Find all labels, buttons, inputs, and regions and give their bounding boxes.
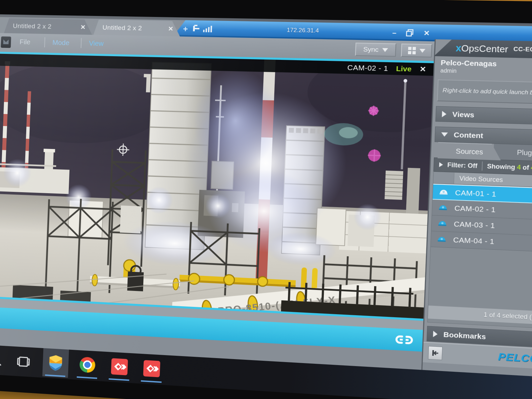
dome-camera-icon xyxy=(438,203,448,212)
restore-button[interactable] xyxy=(406,29,414,37)
selection-status-text: 1 of 4 selected (0 of 4 hi xyxy=(483,311,532,322)
opscenter-title: OpsCenter xyxy=(461,43,508,55)
filter-label: Filter: Off xyxy=(447,161,477,170)
dome-camera-icon xyxy=(437,235,447,244)
quick-launch-area[interactable]: Right-click to add quick launch buttons … xyxy=(437,79,532,106)
username: admin xyxy=(440,67,532,78)
signal-bars-icon xyxy=(203,25,212,32)
taskbar-active-indicator xyxy=(109,378,129,381)
close-button[interactable]: ✕ xyxy=(423,30,430,37)
server-name: CC-EC-CEMPOALA-NVR xyxy=(513,46,532,55)
sources-label: Sources xyxy=(456,147,483,156)
dome-camera-icon xyxy=(439,188,449,196)
app-logo-icon xyxy=(1,36,11,48)
photo-of-monitor: Untitled 2 x 2 ✕ Untitled 2 x 2 ✕ + 172.… xyxy=(0,0,532,399)
tab-label: Untitled 2 x 2 xyxy=(13,22,52,30)
video-close-button[interactable]: ✕ xyxy=(419,65,426,73)
camera-name: CAM-03 - 1 xyxy=(454,220,495,230)
taskbar-app-shield[interactable] xyxy=(42,348,69,378)
icon-column xyxy=(433,172,455,184)
user-block: Pelco-Cenagas admin xyxy=(434,56,532,83)
new-tab-button[interactable]: + xyxy=(183,24,188,34)
layout-grid-button[interactable] xyxy=(401,44,432,58)
selection-status-bar: 1 of 4 selected (0 of 4 hi xyxy=(428,305,532,328)
menu-divider xyxy=(44,37,45,47)
taskbar-app-chrome[interactable] xyxy=(74,350,101,380)
dome-camera-icon xyxy=(437,219,447,228)
chevron-right-icon xyxy=(439,162,443,167)
window-controls: – ✕ xyxy=(392,27,430,39)
chevron-down-icon xyxy=(419,49,425,53)
tab-sources[interactable]: Sources xyxy=(438,142,501,160)
minimize-button[interactable]: – xyxy=(392,29,397,36)
tab-untitled-2[interactable]: Untitled 2 x 2 ✕ xyxy=(93,20,181,37)
monitor-bezel: Untitled 2 x 2 ✕ Untitled 2 x 2 ✕ + 172.… xyxy=(0,0,532,399)
chevron-right-icon xyxy=(442,111,447,117)
views-label: Views xyxy=(452,110,474,119)
camera-name: CAM-01 - 1 xyxy=(455,188,496,198)
tab-untitled-1[interactable]: Untitled 2 x 2 ✕ xyxy=(4,18,93,35)
chevron-right-icon xyxy=(433,331,438,337)
menu-item-view[interactable]: View xyxy=(89,40,104,48)
video-cell[interactable]: 24''-PRO-8510-(API-5LX-X xyxy=(0,54,434,321)
ops-center-panel: xOpsCenter CC-EC-CEMPOALA-NVR Pelco-Cena… xyxy=(421,39,532,381)
taskbar-active-indicator xyxy=(45,374,65,377)
pelco-logo: PELCO xyxy=(498,350,532,365)
chevron-down-icon xyxy=(382,48,388,52)
taskbar-active-indicator xyxy=(141,380,162,383)
showing-total: 4 xyxy=(531,164,532,171)
video-camera-label: CAM-02 - 1 xyxy=(347,64,388,73)
chrome-icon xyxy=(79,357,96,373)
menu-item-mode[interactable]: Mode xyxy=(52,39,69,47)
anydesk-icon xyxy=(143,360,160,377)
menu-divider xyxy=(81,38,82,48)
sync-button[interactable]: Sync xyxy=(355,43,396,57)
camera-name: CAM-04 - 1 xyxy=(453,236,494,246)
showing-label: Showing 4 of 4 xyxy=(487,163,532,172)
bookmarks-label: Bookmarks xyxy=(443,330,486,341)
plugins-label: Plugins xyxy=(517,148,532,157)
tab-close-icon[interactable]: ✕ xyxy=(80,23,85,31)
menu-item-file[interactable]: File xyxy=(20,38,31,46)
list-header-label: Video Sources xyxy=(454,173,503,186)
camera-name: CAM-02 - 1 xyxy=(454,204,496,214)
taskbar-app-anydesk-2[interactable] xyxy=(138,354,165,384)
quick-launch-hint: Right-click to add quick launch buttons … xyxy=(443,87,532,97)
sync-label: Sync xyxy=(363,46,379,54)
screen: Untitled 2 x 2 ✕ Untitled 2 x 2 ✕ + 172.… xyxy=(0,14,532,399)
views-section-header[interactable]: Views xyxy=(435,106,532,127)
link-cells-icon[interactable] xyxy=(394,334,414,345)
anydesk-icon xyxy=(111,358,128,375)
search-button[interactable] xyxy=(0,350,6,370)
divider xyxy=(482,162,483,171)
collapse-panel-button[interactable] xyxy=(428,346,443,360)
showing-count: 4 xyxy=(517,164,521,171)
camera-video-frame: 24''-PRO-8510-(API-5LX-X xyxy=(0,54,434,321)
video-sources-list: Video Sources CAM-01 - 1 CAM-02 - 1 xyxy=(427,172,532,332)
camera-row-cam-04[interactable]: CAM-04 - 1 xyxy=(431,231,532,255)
task-view-button[interactable] xyxy=(14,352,33,372)
tab-close-icon[interactable]: ✕ xyxy=(168,25,174,33)
tab-label: Untitled 2 x 2 xyxy=(102,24,142,32)
live-badge: Live xyxy=(396,65,412,73)
opscenter-logo-x: x xyxy=(456,43,462,53)
taskbar-active-indicator xyxy=(77,376,97,379)
chevron-down-icon xyxy=(441,132,448,137)
taskbar-app-anydesk-1[interactable] xyxy=(106,352,133,382)
content-label: Content xyxy=(454,131,483,140)
pin-icon[interactable] xyxy=(192,24,201,33)
grid-2x2-icon xyxy=(408,47,416,54)
